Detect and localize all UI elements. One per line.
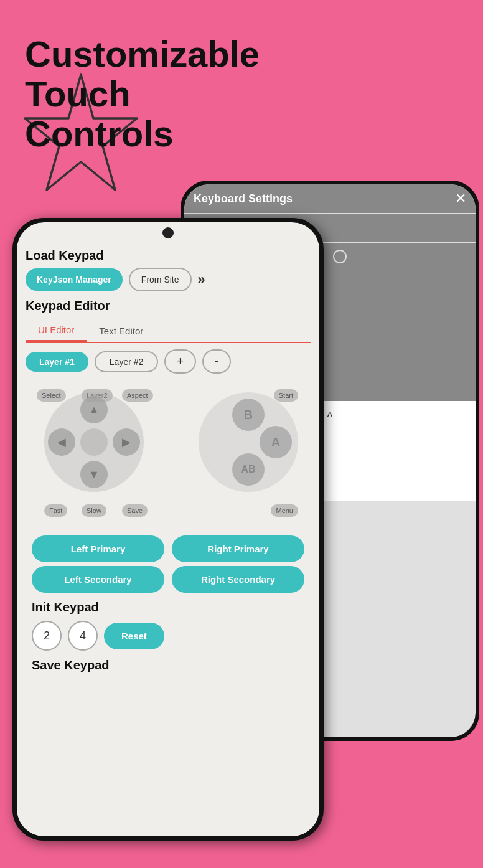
save-keypad-title: Save Keypad xyxy=(32,658,304,672)
init-value-2[interactable]: 4 xyxy=(68,621,98,651)
pf-content: Load Keypad KeyJson Manager From Site » … xyxy=(17,222,319,672)
tab-text-editor[interactable]: Text Editor xyxy=(87,321,156,341)
pf-init-row: 2 4 Reset xyxy=(26,621,311,651)
b-button[interactable]: B xyxy=(232,399,265,431)
add-layer-button[interactable]: + xyxy=(164,349,196,374)
pf-layer-row: Layer #1 Layer #2 + - xyxy=(26,349,311,374)
dpad-right-button[interactable]: ▶ xyxy=(113,428,140,456)
phone-front-screen: Load Keypad KeyJson Manager From Site » … xyxy=(17,222,319,836)
remove-layer-button[interactable]: - xyxy=(202,349,231,374)
load-keypad-title: Load Keypad xyxy=(26,248,311,263)
init-keypad-title: Init Keypad xyxy=(26,600,311,615)
front-camera-notch xyxy=(162,227,174,238)
dpad-up-button[interactable]: ▲ xyxy=(80,396,108,423)
slow-button[interactable]: Slow xyxy=(82,504,106,517)
abxy-buttons: B A AB xyxy=(199,392,298,492)
hero-title-line2: Controls xyxy=(25,113,173,154)
pb-topbar: Keyboard Settings ✕ xyxy=(184,184,476,213)
pb-close-icon[interactable]: ✕ xyxy=(455,191,466,207)
right-secondary-button[interactable]: Right Secondary xyxy=(172,566,304,593)
phone-front: Load Keypad KeyJson Manager From Site » … xyxy=(12,218,324,841)
pf-primary-row: Left Primary Right Primary xyxy=(26,535,311,562)
pf-editor-tabs: UI Editor Text Editor xyxy=(26,319,311,343)
arrows-icon: » xyxy=(198,271,205,288)
tab-ui-editor[interactable]: UI Editor xyxy=(26,319,87,342)
pb-radio-xlarge[interactable] xyxy=(333,250,347,263)
init-value-1[interactable]: 2 xyxy=(32,621,62,651)
ab-button[interactable]: AB xyxy=(232,453,265,486)
layer1-button[interactable]: Layer #1 xyxy=(26,352,88,372)
dpad-down-button[interactable]: ▼ xyxy=(80,461,108,488)
from-site-button[interactable]: From Site xyxy=(129,268,192,291)
left-secondary-button[interactable]: Left Secondary xyxy=(32,566,164,593)
right-primary-button[interactable]: Right Primary xyxy=(172,535,304,562)
layer2-button[interactable]: Layer #2 xyxy=(95,351,158,372)
pf-secondary-row: Left Secondary Right Secondary xyxy=(26,566,311,593)
pb-keyboard-settings-title: Keyboard Settings xyxy=(194,192,293,205)
pf-load-row: KeyJson Manager From Site » xyxy=(26,268,311,291)
a-button[interactable]: A xyxy=(260,426,292,458)
pf-save-section: Save Keypad xyxy=(26,658,311,672)
dpad-center xyxy=(80,428,108,456)
reset-button[interactable]: Reset xyxy=(104,623,164,649)
keypad-editor-title: Keypad Editor xyxy=(26,299,311,313)
fast-button[interactable]: Fast xyxy=(44,504,67,517)
dpad: ▲ ▼ ◀ ▶ xyxy=(44,392,144,492)
dpad-left-button[interactable]: ◀ xyxy=(48,428,75,456)
keyjson-manager-button[interactable]: KeyJson Manager xyxy=(26,268,123,291)
hero-title-line1: Customizable Touch xyxy=(25,34,260,114)
menu-button[interactable]: Menu xyxy=(271,504,298,517)
pf-gamepad-area: Select Layer2 Aspect Start ▲ ▼ ◀ ▶ B xyxy=(26,380,311,529)
left-primary-button[interactable]: Left Primary xyxy=(32,535,164,562)
save-gamepad-button[interactable]: Save xyxy=(122,504,148,517)
hero-title: Customizable Touch Controls xyxy=(25,34,324,153)
